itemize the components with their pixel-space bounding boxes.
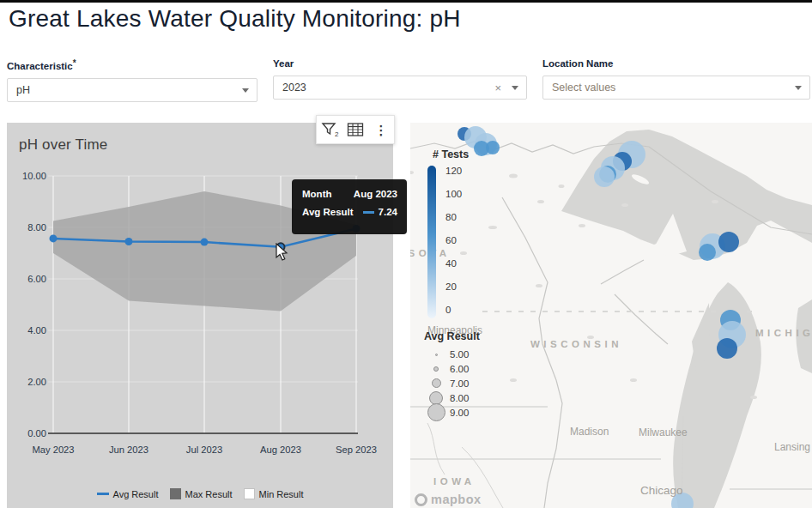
max-box-swatch bbox=[170, 488, 181, 499]
svg-text:6.00: 6.00 bbox=[27, 274, 46, 284]
min-box-swatch bbox=[244, 488, 255, 499]
year-select[interactable]: 2023 × bbox=[273, 76, 527, 100]
map-marker[interactable] bbox=[594, 166, 615, 187]
series-dash-icon bbox=[363, 211, 374, 214]
tests-tick-label: 40 bbox=[445, 258, 475, 269]
filter-characteristic-label: Characteristic* bbox=[7, 58, 258, 71]
legend-label: Avg Result bbox=[113, 489, 159, 499]
size-tick-label: 6.00 bbox=[450, 364, 469, 374]
tests-tick-label: 80 bbox=[445, 212, 475, 222]
tests-legend: # Tests 120100806040200 bbox=[422, 147, 489, 331]
svg-text:Aug 2023: Aug 2023 bbox=[260, 444, 301, 455]
size-circle-icon bbox=[433, 366, 439, 372]
location-select[interactable]: Select values bbox=[542, 76, 810, 100]
map-panel[interactable]: MINNESOTAWISCONSINMICHIGANIOWAMinneapoli… bbox=[410, 123, 812, 508]
chart-toolbar: 2 ⋮ bbox=[316, 115, 395, 144]
svg-text:2.00: 2.00 bbox=[27, 377, 46, 387]
tests-color-gradient bbox=[427, 166, 436, 318]
table-view-button[interactable] bbox=[344, 118, 367, 141]
chevron-down-icon bbox=[795, 86, 802, 90]
size-circle-icon bbox=[427, 403, 445, 421]
size-circle-icon bbox=[435, 354, 438, 356]
chart-title: pH over Time bbox=[19, 136, 108, 154]
kebab-menu-icon: ⋮ bbox=[375, 124, 388, 136]
map-label: Lansing bbox=[774, 441, 810, 453]
tests-tick-label: 60 bbox=[445, 235, 475, 245]
svg-text:May 2023: May 2023 bbox=[32, 444, 74, 455]
chevron-down-icon bbox=[512, 86, 518, 90]
chart-point[interactable] bbox=[125, 238, 133, 245]
map-label: IOWA bbox=[433, 476, 476, 487]
svg-text:4.00: 4.00 bbox=[27, 325, 46, 336]
svg-text:8.00: 8.00 bbox=[27, 222, 46, 233]
chart-point[interactable] bbox=[201, 239, 209, 246]
svg-text:2: 2 bbox=[335, 130, 339, 138]
svg-text:10.00: 10.00 bbox=[22, 171, 46, 181]
funnel-icon: 2 bbox=[320, 121, 339, 138]
map-label: Chicago bbox=[640, 484, 683, 497]
legend-item-avg[interactable]: Avg Result bbox=[97, 489, 159, 499]
tooltip-label: Month bbox=[302, 189, 331, 199]
chevron-down-icon bbox=[242, 88, 249, 93]
filter-location-label: Location Name bbox=[542, 58, 810, 69]
page-title: Great Lakes Water Quality Monitoring: pH bbox=[9, 5, 461, 33]
size-tick-label: 8.00 bbox=[450, 393, 469, 403]
tooltip-label: Avg Result bbox=[302, 207, 354, 217]
map-label: Milwaukee bbox=[639, 426, 688, 438]
chart-tooltip: Month Aug 2023 Avg Result 7.24 bbox=[292, 179, 407, 234]
characteristic-value: pH bbox=[16, 84, 242, 96]
tests-tick-label: 120 bbox=[445, 166, 475, 176]
window-top-border bbox=[0, 0, 812, 3]
size-legend-rows: 5.006.007.008.009.00 bbox=[422, 348, 500, 420]
characteristic-select[interactable]: pH bbox=[7, 78, 258, 102]
map-marker[interactable] bbox=[717, 338, 737, 359]
tests-tick-label: 100 bbox=[445, 189, 475, 199]
map-label: Madison bbox=[570, 426, 609, 438]
table-icon bbox=[347, 122, 364, 137]
mapbox-wordmark: mapbox bbox=[431, 493, 482, 506]
map-marker[interactable] bbox=[718, 232, 739, 252]
year-value: 2023 bbox=[282, 82, 494, 94]
size-circle-icon bbox=[432, 378, 441, 388]
tooltip-value: Aug 2023 bbox=[354, 189, 397, 199]
tooltip-value: 7.24 bbox=[363, 207, 397, 217]
filter-tool-button[interactable]: 2 bbox=[318, 118, 341, 141]
size-legend-title: Avg Result bbox=[424, 330, 480, 342]
mouse-cursor bbox=[276, 243, 289, 262]
location-placeholder: Select values bbox=[552, 82, 795, 94]
size-legend-item: 9.00 bbox=[422, 405, 500, 420]
clear-icon[interactable]: × bbox=[494, 82, 501, 94]
avg-line-swatch bbox=[97, 493, 109, 495]
legend-label: Min Result bbox=[259, 489, 304, 499]
size-legend-item: 6.00 bbox=[422, 362, 500, 377]
filter-year: Year 2023 × bbox=[273, 58, 527, 100]
lake-michigan bbox=[673, 282, 761, 508]
filter-characteristic: Characteristic* pH bbox=[7, 58, 258, 102]
chart-legend: Avg Result Max Result Min Result bbox=[7, 488, 393, 499]
svg-text:Jul 2023: Jul 2023 bbox=[186, 444, 222, 455]
legend-label: Max Result bbox=[185, 489, 233, 499]
lake-superior bbox=[561, 130, 812, 260]
filter-year-label: Year bbox=[273, 58, 527, 69]
svg-text:0.00: 0.00 bbox=[27, 428, 46, 438]
chart-point[interactable] bbox=[50, 234, 58, 242]
size-tick-label: 9.00 bbox=[450, 408, 469, 418]
size-legend-item: 7.00 bbox=[422, 377, 500, 391]
map-label: MICHIGAN bbox=[755, 328, 812, 338]
tests-legend-title: # Tests bbox=[433, 148, 469, 160]
more-options-button[interactable]: ⋮ bbox=[370, 118, 392, 141]
legend-item-min[interactable]: Min Result bbox=[244, 488, 304, 499]
map-label: WISCONSIN bbox=[530, 339, 622, 349]
svg-text:Sep 2023: Sep 2023 bbox=[336, 444, 377, 455]
size-tick-label: 7.00 bbox=[450, 378, 469, 389]
mapbox-icon bbox=[415, 493, 427, 506]
svg-text:Jun 2023: Jun 2023 bbox=[109, 444, 148, 455]
required-asterisk: * bbox=[73, 58, 76, 68]
filter-location: Location Name Select values bbox=[542, 58, 810, 100]
legend-item-max[interactable]: Max Result bbox=[170, 488, 233, 499]
size-tick-label: 5.00 bbox=[450, 349, 469, 360]
mapbox-attribution[interactable]: mapbox bbox=[415, 493, 482, 506]
tests-tick-label: 20 bbox=[445, 281, 475, 292]
map-marker[interactable] bbox=[699, 244, 716, 261]
tests-tick-label: 0 bbox=[445, 305, 475, 315]
